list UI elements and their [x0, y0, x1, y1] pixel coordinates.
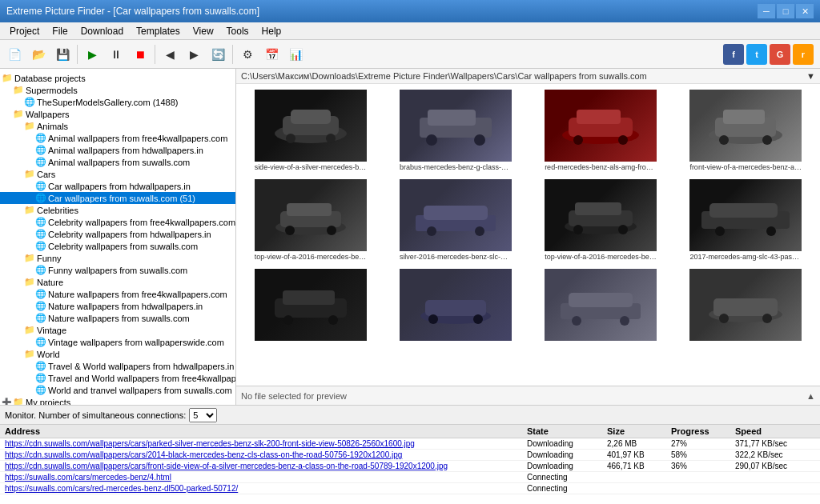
tree-item-vintage-wide[interactable]: 🌐 Vintage wallpapers from wallpaperswide… [0, 336, 235, 348]
tree-item-world-free4k[interactable]: 🌐 Travel and World wallpapers from free4… [0, 372, 235, 384]
tree-item-nature-free4k[interactable]: 🌐 Nature wallpapers from free4kwallpaper… [0, 288, 235, 300]
download-address[interactable]: https://suwalls.com/cars/mercedes-benz/4… [5, 473, 527, 482]
svg-rect-50 [713, 298, 778, 316]
menu-bar: Project File Download Templates View Too… [0, 22, 820, 40]
tree-item-celeb-su[interactable]: 🌐 Celebrity wallpapers from suwalls.com [0, 240, 235, 252]
tree-item-celeb-hd[interactable]: 🌐 Celebrity wallpapers from hdwallpapers… [0, 228, 235, 240]
tree-item-nature-hd[interactable]: 🌐 Nature wallpapers from hdwallpapers.in [0, 300, 235, 312]
tree-item-animal-su[interactable]: 🌐 Animal wallpapers from suwalls.com [0, 156, 235, 168]
download-speed: 290,07 KB/sec [735, 462, 815, 470]
minimize-button[interactable]: ─ [758, 4, 775, 18]
download-address[interactable]: https://cdn.suwalls.com/wallpapers/cars/… [5, 462, 527, 470]
tree-item-nature-su[interactable]: 🌐 Nature wallpapers from suwalls.com [0, 312, 235, 324]
svg-rect-38 [283, 290, 335, 305]
pause-button[interactable]: ⏸ [105, 43, 127, 66]
download-row[interactable]: https://suwalls.com/cars/red-mercedes-be… [0, 483, 820, 494]
tree-item-world-su[interactable]: 🌐 World and tranvel wallpapers from suwa… [0, 384, 235, 396]
thumbnail-image [400, 179, 512, 251]
thumbnail-item[interactable]: brabus-mercedes-benz-g-class-under-... [384, 87, 526, 174]
tree-item-car-hd[interactable]: 🌐 Car wallpapers from hdwallpapers.in [0, 180, 235, 192]
download-row[interactable]: https://cdn.suwalls.com/wallpapers/cars/… [0, 461, 820, 472]
tree-item-animal-free4k[interactable]: 🌐 Animal wallpapers from free4kwallpaper… [0, 132, 235, 144]
download-row[interactable]: https://suwalls.com/cars/mercedes-benz/4… [0, 472, 820, 483]
rss-icon[interactable]: r [793, 44, 814, 65]
schedule-button[interactable]: 📅 [260, 43, 283, 66]
new-button[interactable]: 📄 [3, 43, 26, 66]
menu-project[interactable]: Project [3, 22, 46, 39]
forward-button[interactable]: ▶ [183, 43, 205, 66]
start-button[interactable]: ▶ [81, 43, 103, 66]
download-row[interactable]: https://cdn.suwalls.com/wallpapers/cars/… [0, 438, 820, 450]
download-header: Address State Size Progress Speed [0, 425, 820, 438]
thumbnail-item[interactable] [239, 266, 381, 345]
tree-item-funny-su[interactable]: 🌐 Funny wallpapers from suwalls.com [0, 264, 235, 276]
thumbnail-item[interactable] [530, 266, 672, 345]
tree-item-supermodes-gallery[interactable]: 🌐 TheSuperModelsGallery.com (1488) [0, 96, 235, 108]
download-state: Downloading [527, 439, 607, 448]
tree-item-animals[interactable]: 📁 Animals [0, 120, 235, 132]
download-address[interactable]: https://cdn.suwalls.com/wallpapers/cars/… [5, 450, 527, 459]
thumbnail-item[interactable]: red-mercedes-benz-als-amg-front-side-... [530, 87, 672, 174]
menu-help[interactable]: Help [255, 22, 288, 39]
menu-view[interactable]: View [187, 22, 220, 39]
svg-point-51 [719, 314, 729, 323]
refresh-button[interactable]: 🔄 [207, 43, 229, 66]
tree-item-celebrities[interactable]: 📁 Celebrities [0, 204, 235, 216]
thumbnail-label: brabus-mercedes-benz-g-class-under-... [400, 163, 512, 171]
svg-point-23 [327, 226, 336, 235]
menu-download[interactable]: Download [74, 22, 130, 39]
folder-icon: 📁 [2, 73, 13, 83]
settings-button[interactable]: ⚙ [236, 43, 259, 66]
maximize-button[interactable]: □ [777, 4, 794, 18]
thumbnail-item[interactable]: 2017-mercedes-amg-slc-43-passing-b-... [675, 177, 817, 263]
report-button[interactable]: 📊 [284, 43, 307, 66]
open-button[interactable]: 📂 [27, 43, 50, 66]
tree-item-my-projects[interactable]: ➕ 📁 My projects [0, 396, 235, 405]
tree-item-car-suwalls[interactable]: 🌐 Car wallpapers from suwalls.com (51) [0, 192, 235, 204]
stop-button[interactable]: ⏹ [129, 43, 151, 66]
back-button[interactable]: ◀ [159, 43, 181, 66]
facebook-icon[interactable]: f [723, 44, 744, 65]
main-area: 📁 Database projects 📁 Supermodels 🌐 TheS… [0, 69, 820, 405]
close-button[interactable]: ✕ [796, 4, 814, 18]
path-expand-icon[interactable]: ▼ [806, 71, 815, 81]
connections-select[interactable]: 1234 5101520 [189, 408, 217, 422]
project-tree[interactable]: 📁 Database projects 📁 Supermodels 🌐 TheS… [0, 69, 236, 405]
download-progress [671, 484, 735, 493]
google-icon[interactable]: G [770, 44, 790, 65]
tree-item-supermodels[interactable]: 📁 Supermodels [0, 84, 235, 96]
download-row[interactable]: https://cdn.suwalls.com/wallpapers/cars/… [0, 450, 820, 461]
thumbnail-item[interactable] [675, 266, 817, 345]
download-state: Connecting [527, 484, 607, 493]
tree-item-wallpapers[interactable]: 📁 Wallpapers [0, 108, 235, 120]
tree-item-celeb-free4k[interactable]: 🌐 Celebrity wallpapers from free4kwallpa… [0, 216, 235, 228]
tree-item-nature[interactable]: 📁 Nature [0, 276, 235, 288]
thumbnail-item[interactable]: silver-2016-mercedes-benz-slc-300-o-... [384, 177, 526, 263]
thumbnail-item[interactable]: side-view-of-a-silver-mercedes-benz-... [239, 87, 381, 174]
menu-file[interactable]: File [46, 22, 74, 39]
thumbnails-grid[interactable]: side-view-of-a-silver-mercedes-benz-... … [236, 84, 820, 386]
tree-item-cars[interactable]: 📁 Cars [0, 168, 235, 180]
tree-item-database-projects[interactable]: 📁 Database projects [0, 72, 235, 84]
tree-item-animal-hd[interactable]: 🌐 Animal wallpapers from hdwallpapers.in [0, 144, 235, 156]
menu-tools[interactable]: Tools [220, 22, 255, 39]
tree-item-vintage[interactable]: 📁 Vintage [0, 324, 235, 336]
preview-expand-icon[interactable]: ▲ [806, 391, 815, 401]
download-address[interactable]: https://suwalls.com/cars/red-mercedes-be… [5, 484, 527, 493]
thumbnail-item[interactable] [384, 266, 526, 345]
save-button[interactable]: 💾 [51, 43, 74, 66]
svg-point-47 [572, 316, 581, 326]
twitter-icon[interactable]: t [746, 44, 767, 65]
tree-item-funny[interactable]: 📁 Funny [0, 252, 235, 264]
svg-rect-30 [575, 202, 621, 215]
thumbnail-item[interactable]: front-view-of-a-mercedes-benz-als-amg-..… [675, 87, 817, 174]
thumbnail-item[interactable]: top-view-of-a-2016-mercedes-benz-slc-... [239, 177, 381, 263]
menu-templates[interactable]: Templates [130, 22, 187, 39]
svg-point-7 [426, 134, 437, 146]
svg-rect-2 [291, 110, 331, 124]
tree-item-world[interactable]: 📁 World [0, 348, 235, 360]
download-state: Connecting [527, 473, 607, 482]
thumbnail-item[interactable]: top-view-of-a-2016-mercedes-benz-slc-... [530, 177, 672, 263]
tree-item-world-hd[interactable]: 🌐 Travel & World wallpapers from hdwallp… [0, 360, 235, 372]
download-address[interactable]: https://cdn.suwalls.com/wallpapers/cars/… [5, 439, 527, 448]
